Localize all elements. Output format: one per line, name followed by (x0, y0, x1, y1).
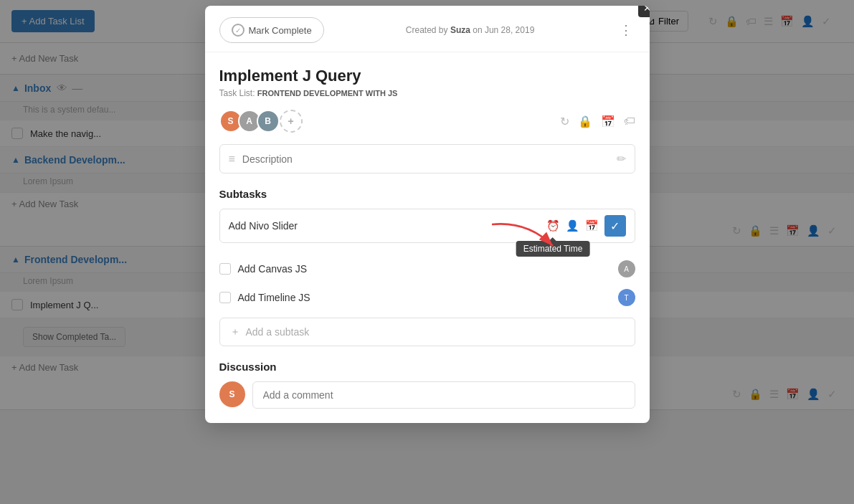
assign-icon[interactable]: 👤 (566, 219, 579, 232)
modal-close-button[interactable]: ✕ (638, 6, 650, 17)
description-lines-icon: ≡ (229, 153, 235, 166)
subtask-item-timeline: Add Timeline JS T (219, 283, 635, 312)
edit-description-icon[interactable]: ✏ (617, 152, 626, 166)
add-assignee-avatar[interactable]: + (280, 110, 303, 133)
description-box[interactable]: ≡ ✏ (219, 144, 635, 173)
subtask-timeline-name: Add Timeline JS (238, 292, 611, 303)
task-detail-modal: ✕ ✓ Mark Complete Created by Suza on Jun… (205, 6, 650, 423)
subtask-input-row: ⏰ Estimated Time 👤 📅 ✓ (219, 209, 635, 243)
description-input[interactable] (242, 153, 609, 165)
modal-overlay: ✕ ✓ Mark Complete Created by Suza on Jun… (0, 0, 854, 504)
due-date-icon[interactable]: 📅 (585, 219, 599, 232)
alarm-icon[interactable]: ⏰ Estimated Time (546, 219, 560, 232)
modal-task-list: Task List: FRONTEND DEVELOPMENT WITH JS (219, 88, 635, 98)
modal-header: ✓ Mark Complete Created by Suza on Jun 2… (205, 6, 650, 52)
assignees-row: S A B + ↻ 🔒 📅 🏷 (219, 110, 635, 133)
mark-complete-button[interactable]: ✓ Mark Complete (219, 17, 324, 43)
subtask-canvas-checkbox[interactable] (219, 263, 231, 275)
comment-input[interactable] (252, 381, 635, 409)
created-info: Created by Suza on Jun 28, 2019 (406, 25, 534, 35)
subtask-item-canvas: Add Canvas JS A (219, 255, 635, 283)
complete-check-icon: ✓ (232, 24, 245, 37)
subtask-canvas-avatar: A (618, 260, 635, 277)
lock-task-icon[interactable]: 🔒 (578, 115, 592, 128)
calendar-task-icon[interactable]: 📅 (601, 115, 615, 128)
more-options-button[interactable]: ⋮ (617, 22, 635, 38)
subtask-submit-button[interactable]: ✓ (604, 215, 626, 237)
add-subtask-row[interactable]: ＋ Add a subtask (219, 318, 635, 346)
recurrence-icon[interactable]: ↻ (560, 115, 569, 128)
subtask-canvas-name: Add Canvas JS (238, 263, 611, 275)
subtask-timeline-checkbox[interactable] (219, 292, 231, 303)
tag-task-icon[interactable]: 🏷 (624, 115, 635, 128)
modal-body: Implement J Query Task List: FRONTEND DE… (205, 52, 650, 423)
discussion-title: Discussion (219, 361, 635, 373)
estimated-time-tooltip: Estimated Time (516, 241, 590, 257)
avatar-3: B (257, 110, 280, 133)
add-subtask-label: Add a subtask (246, 326, 310, 338)
subtask-input[interactable] (229, 220, 541, 232)
add-subtask-plus-icon: ＋ (230, 325, 240, 338)
comment-avatar: S (219, 381, 245, 407)
assignees-avatars: S A B + (219, 110, 298, 133)
subtask-timeline-avatar: T (618, 289, 635, 306)
subtasks-section: Subtasks ⏰ Estimated Time 👤 📅 ✓ (219, 188, 635, 346)
subtask-action-icons: ⏰ Estimated Time 👤 📅 (546, 219, 599, 232)
subtasks-title: Subtasks (219, 188, 635, 200)
comment-row: S (219, 381, 635, 409)
discussion-section: Discussion S (219, 361, 635, 409)
task-action-icons: ↻ 🔒 📅 🏷 (560, 115, 635, 128)
modal-task-title: Implement J Query (219, 67, 635, 85)
